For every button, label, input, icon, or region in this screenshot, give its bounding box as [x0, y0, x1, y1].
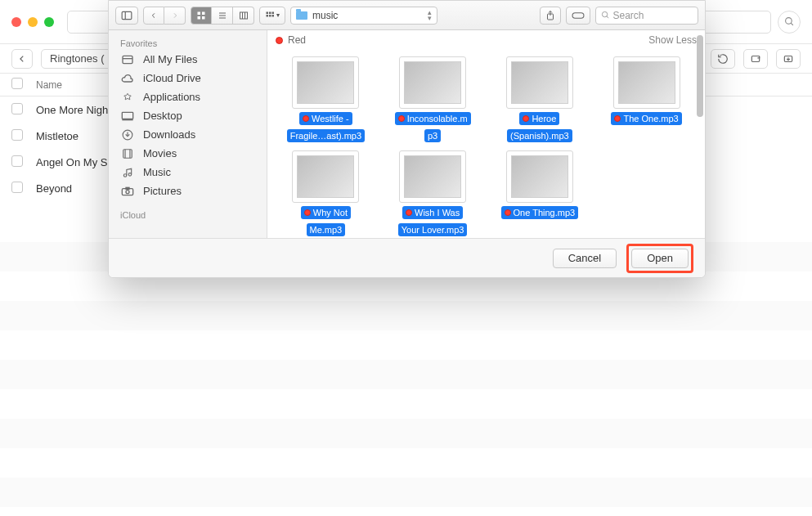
show-less-button[interactable]: Show Less — [648, 34, 697, 46]
svg-line-1 — [791, 23, 793, 25]
svg-line-27 — [606, 16, 608, 18]
scrollbar[interactable] — [697, 35, 703, 117]
bg-refresh-icon[interactable] — [711, 49, 735, 69]
tag-dot-icon — [304, 209, 311, 216]
file-name: Me.mp3 — [310, 224, 343, 236]
sidebar-section-favorites: Favorites — [109, 35, 267, 50]
sidebar-item-desktop[interactable]: Desktop — [109, 106, 267, 125]
sidebar-item-label: Applications — [143, 91, 200, 103]
file-item[interactable]: Why Not Me.mp3 — [276, 150, 376, 236]
pictures-icon — [120, 186, 135, 197]
row-name: Angel On My S — [36, 156, 107, 168]
row-checkbox[interactable] — [11, 129, 23, 141]
sidebar-item-music[interactable]: Music — [109, 163, 267, 182]
row-checkbox[interactable] — [11, 155, 23, 167]
sidebar-toggle-button[interactable] — [115, 7, 138, 25]
icon-view-button[interactable] — [191, 7, 212, 25]
file-item[interactable]: Wish I Was Your Lover.mp3 — [383, 150, 483, 236]
tag-filter-bar: Red Show Less — [267, 30, 705, 50]
tag-dot-icon — [505, 209, 511, 216]
nav-forward-button[interactable] — [164, 7, 186, 25]
sidebar-item-label: Desktop — [143, 110, 182, 122]
file-item[interactable]: One Thing.mp3 — [490, 150, 590, 236]
tags-button[interactable] — [566, 7, 590, 25]
file-name: Inconsolable.m — [407, 113, 468, 124]
nav-back-button[interactable] — [143, 7, 164, 25]
bg-export-icon[interactable] — [743, 49, 768, 69]
select-all-checkbox[interactable] — [11, 78, 23, 89]
dialog-main: Red Show Less Westlife - Fragile…ast).mp… — [267, 30, 705, 238]
svg-rect-8 — [202, 11, 205, 15]
cancel-button[interactable]: Cancel — [553, 249, 617, 268]
sidebar-item-downloads[interactable]: Downloads — [109, 125, 267, 144]
sidebar-item-applications[interactable]: Applications — [109, 87, 267, 106]
file-item[interactable]: Westlife - Fragile…ast).mp3 — [276, 56, 376, 142]
list-view-button[interactable] — [212, 7, 233, 25]
row-name: One More Nigh — [36, 104, 108, 116]
dialog-footer: Cancel Open — [109, 238, 705, 277]
sidebar-item-movies[interactable]: Movies — [109, 144, 267, 163]
dialog-sidebar: Favorites All My Files iCloud Drive Appl… — [109, 30, 267, 238]
file-name: (Spanish).mp3 — [510, 130, 569, 141]
svg-point-26 — [602, 11, 607, 16]
sidebar-section-icloud: iCloud — [109, 207, 267, 222]
file-item[interactable]: Inconsolable.m p3 — [383, 56, 483, 142]
svg-rect-21 — [269, 15, 271, 17]
sidebar-item-label: Pictures — [143, 185, 182, 197]
tag-dot-icon — [523, 115, 529, 122]
file-thumbnail — [613, 56, 680, 109]
folder-icon — [296, 11, 307, 20]
file-thumbnail — [506, 150, 573, 203]
sidebar-item-pictures[interactable]: Pictures — [109, 182, 267, 200]
open-button[interactable]: Open — [631, 249, 689, 268]
sidebar-item-label: Downloads — [143, 128, 195, 141]
arrange-button[interactable]: ▾ — [259, 7, 285, 25]
tag-label: Red — [288, 34, 306, 46]
file-grid: Westlife - Fragile…ast).mp3 Inconsolable… — [267, 50, 705, 238]
close-window-icon[interactable] — [11, 17, 21, 27]
minimize-window-icon[interactable] — [28, 17, 38, 27]
file-thumbnail — [399, 56, 466, 109]
row-checkbox[interactable] — [11, 103, 23, 114]
applications-icon — [120, 92, 135, 103]
row-name: Mistletoe — [36, 130, 79, 142]
file-name: The One.mp3 — [623, 113, 678, 124]
share-button[interactable] — [540, 7, 561, 25]
tag-dot-icon — [406, 209, 412, 216]
downloads-icon — [120, 129, 135, 141]
file-item[interactable]: Heroe (Spanish).mp3 — [490, 56, 590, 142]
svg-rect-18 — [269, 11, 271, 14]
tag-dot-icon — [614, 115, 621, 122]
dialog-search-input[interactable]: Search — [595, 7, 699, 25]
svg-rect-17 — [267, 11, 269, 14]
file-name: Westlife - — [312, 113, 349, 124]
location-label: music — [312, 10, 338, 21]
bg-search-icon[interactable] — [778, 11, 801, 34]
window-controls — [11, 17, 54, 27]
movies-icon — [120, 148, 135, 159]
cloud-icon — [120, 73, 135, 84]
nav-group — [143, 7, 186, 25]
file-name: Why Not — [313, 207, 348, 218]
column-view-button[interactable] — [233, 7, 254, 25]
file-thumbnail — [292, 150, 359, 203]
all-files-icon — [120, 54, 135, 65]
view-mode-group — [191, 7, 254, 25]
svg-rect-34 — [123, 149, 132, 158]
row-checkbox[interactable] — [11, 182, 23, 193]
bg-breadcrumb[interactable]: Ringtones ( — [41, 49, 113, 69]
svg-point-40 — [126, 190, 129, 193]
file-item[interactable]: The One.mp3 — [596, 56, 697, 142]
bg-back-button[interactable] — [11, 49, 33, 69]
sidebar-item-all-my-files[interactable]: All My Files — [109, 50, 267, 69]
updown-icon: ▴▾ — [428, 10, 432, 21]
zoom-window-icon[interactable] — [44, 17, 54, 27]
bg-import-icon[interactable] — [776, 49, 801, 69]
location-popup[interactable]: music ▴▾ — [290, 7, 437, 25]
sidebar-item-icloud-drive[interactable]: iCloud Drive — [109, 69, 267, 87]
svg-rect-2 — [751, 56, 759, 61]
bg-col-name: Name — [36, 79, 62, 91]
search-placeholder: Search — [613, 10, 644, 21]
sidebar-item-label: Music — [143, 166, 171, 178]
file-thumbnail — [399, 150, 466, 203]
